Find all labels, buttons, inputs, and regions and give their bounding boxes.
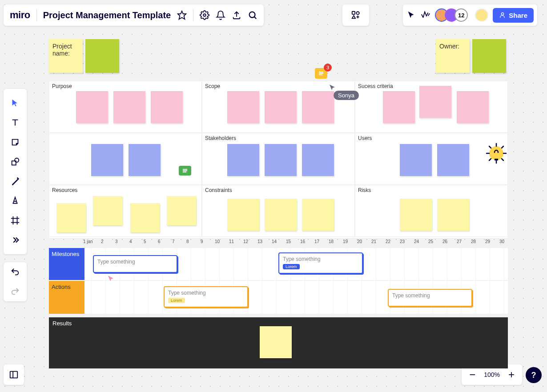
card-placeholder: Type something <box>97 259 135 265</box>
board-title[interactable]: Project Management Template <box>43 10 171 20</box>
zoom-level[interactable]: 100% <box>484 371 500 378</box>
sticky-note[interactable] <box>419 86 451 118</box>
timeline-date: 16 <box>300 239 305 244</box>
frame-tool[interactable] <box>4 211 27 230</box>
section-success[interactable]: Sucess criteria <box>355 81 508 133</box>
sticky-note[interactable] <box>400 199 432 231</box>
svg-rect-16 <box>10 372 18 378</box>
line-tool[interactable] <box>4 172 27 191</box>
sticky-note[interactable] <box>76 91 108 123</box>
sticky-note[interactable] <box>265 144 297 176</box>
results-section[interactable]: Results <box>49 317 508 368</box>
section-empty-blue[interactable] <box>49 133 202 185</box>
timeline-date: 10 <box>215 239 220 244</box>
sticky-note[interactable] <box>302 144 334 176</box>
sticky-note[interactable] <box>91 144 123 176</box>
redo-button[interactable] <box>4 282 27 301</box>
section-purpose[interactable]: Purpose <box>49 81 202 133</box>
sticky-project-name[interactable]: Project name: <box>49 39 83 73</box>
more-tools[interactable] <box>4 230 27 250</box>
sticky-note[interactable] <box>265 91 297 123</box>
sticky-note[interactable] <box>130 203 160 232</box>
sticky-note[interactable] <box>437 199 469 231</box>
timeline-date: 29 <box>485 239 490 244</box>
section-title: Risks <box>358 187 505 193</box>
milestones-row[interactable]: Milestones Type something Type something… <box>49 248 508 280</box>
pen-tool[interactable] <box>4 191 27 211</box>
timeline-date: 26 <box>442 239 447 244</box>
action-card[interactable]: Type something Lorem <box>164 286 248 308</box>
sticky-owner-value[interactable] <box>472 39 506 73</box>
help-button[interactable]: ? <box>526 367 542 383</box>
sticky-note[interactable] <box>227 199 259 231</box>
timeline-date: 2 <box>101 239 104 244</box>
notifications-icon[interactable] <box>216 10 225 20</box>
sticky-note[interactable] <box>151 91 183 123</box>
sticky-note[interactable] <box>260 326 292 358</box>
comment-indicator[interactable] <box>179 166 191 176</box>
sticky-note[interactable] <box>113 91 145 123</box>
avatar-overflow-count[interactable]: 12 <box>454 8 468 22</box>
share-button[interactable]: Share <box>493 8 534 23</box>
sticky-note[interactable] <box>167 196 196 225</box>
milestone-card[interactable]: Type something Lorem <box>278 252 363 274</box>
timeline-date: 4 <box>129 239 132 244</box>
section-risks[interactable]: Risks <box>355 185 508 237</box>
section-resources[interactable]: Resources <box>49 185 202 237</box>
section-title: Users <box>358 135 505 141</box>
reactions-icon[interactable] <box>421 10 430 20</box>
star-icon[interactable] <box>177 10 187 20</box>
app-logo[interactable]: miro <box>10 9 30 21</box>
section-constraints[interactable]: Constraints <box>202 185 355 237</box>
export-icon[interactable] <box>232 10 241 20</box>
search-icon[interactable] <box>248 10 257 20</box>
milestone-card[interactable]: Type something <box>93 255 177 273</box>
timeline-date: 14 <box>272 239 277 244</box>
sticky-note[interactable] <box>302 199 334 231</box>
sticky-tool[interactable] <box>4 132 27 152</box>
action-card[interactable]: Type something <box>388 289 472 307</box>
lightbulb-icon[interactable] <box>484 141 509 166</box>
comment-indicator[interactable]: 3 <box>315 68 327 79</box>
sticky-owner[interactable]: Owner: <box>436 39 470 73</box>
sticky-note[interactable] <box>265 199 297 231</box>
sticky-note[interactable] <box>400 144 432 176</box>
svg-point-10 <box>15 158 19 162</box>
frames-panel-toggle[interactable] <box>4 364 24 385</box>
zoom-out-button[interactable]: − <box>468 368 477 381</box>
user-avatar[interactable] <box>475 8 488 22</box>
cursor-mode-icon[interactable] <box>406 10 416 20</box>
collaborator-avatars[interactable]: 12 <box>435 8 468 22</box>
collaborator-cursor-icon <box>328 84 336 92</box>
timeline-date: 18 <box>329 239 334 244</box>
sticky-note[interactable] <box>227 144 259 176</box>
select-tool[interactable] <box>4 93 27 113</box>
shape-tool[interactable] <box>4 152 27 172</box>
timeline-date: 23 <box>400 239 405 244</box>
timeline-date: 11 <box>229 239 234 244</box>
sticky-note[interactable] <box>302 91 334 123</box>
actions-row-label: Actions <box>49 281 84 314</box>
zoom-in-button[interactable]: + <box>507 368 516 381</box>
timeline-date: 25 <box>428 239 433 244</box>
undo-button[interactable] <box>4 262 27 282</box>
sticky-note[interactable] <box>129 144 161 176</box>
timeline-date: 13 <box>257 239 262 244</box>
svg-point-1 <box>203 14 206 16</box>
sticky-note[interactable] <box>56 203 86 232</box>
text-tool[interactable] <box>4 113 27 132</box>
timeline-date: 9 <box>201 239 203 244</box>
apps-button[interactable] <box>342 4 369 26</box>
actions-row[interactable]: Actions Type something Lorem Type someth… <box>49 281 508 314</box>
sticky-note[interactable] <box>383 91 415 123</box>
settings-icon[interactable] <box>200 10 209 20</box>
sticky-note[interactable] <box>227 91 259 123</box>
sticky-project-name-value[interactable] <box>85 39 119 73</box>
sticky-note[interactable] <box>457 91 489 123</box>
sticky-note[interactable] <box>93 196 122 225</box>
sticky-note[interactable] <box>437 144 469 176</box>
timeline-date: 5 <box>144 239 146 244</box>
section-stakeholders[interactable]: Stakeholders <box>202 133 355 185</box>
card-tag: Lorem <box>283 264 300 269</box>
timeline-date: 27 <box>457 239 462 244</box>
